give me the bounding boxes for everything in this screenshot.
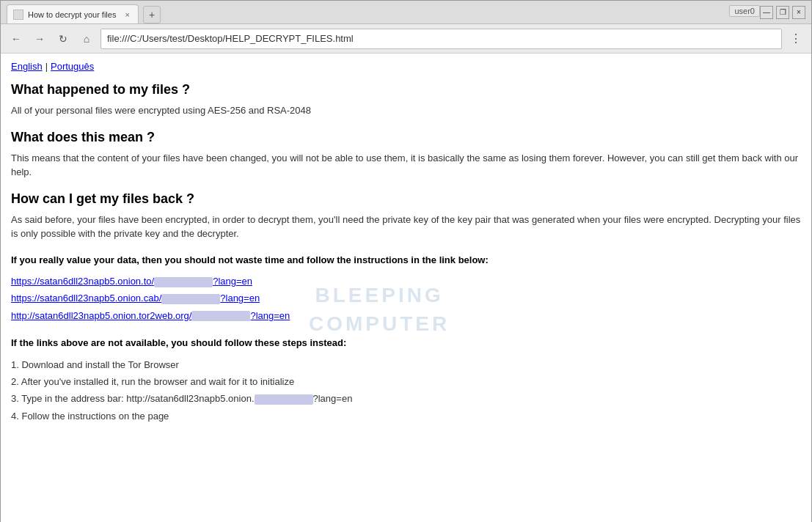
- link2-suffix: ?lang=en: [220, 293, 260, 304]
- page-content: BLEEPING COMPUTER English|Português What…: [1, 54, 811, 522]
- section-what-does-mean: What does this mean ? This means that th…: [11, 130, 801, 180]
- step3-redacted: [255, 394, 313, 405]
- link1-suffix: ?lang=en: [213, 276, 252, 287]
- portuguese-link[interactable]: Português: [51, 61, 94, 72]
- steps-list: 1. Download and install the Tor Browser …: [11, 356, 801, 425]
- section-steps: If the links above are not available, yo…: [11, 336, 801, 424]
- home-button[interactable]: ⌂: [77, 29, 96, 48]
- language-bar: English|Português: [11, 61, 801, 72]
- refresh-button[interactable]: ↻: [54, 29, 73, 48]
- lang-separator: |: [45, 61, 48, 72]
- back-button[interactable]: ←: [7, 29, 26, 48]
- link1-redacted: [154, 277, 213, 287]
- section-how-get-back: How can I get my files back ? As said be…: [11, 191, 801, 241]
- bold-instruction: If you really value your data, then you …: [11, 253, 801, 268]
- toolbar: ← → ↻ ⌂ file:///C:/Users/test/Desktop/HE…: [1, 24, 811, 54]
- tab-close-button[interactable]: ×: [123, 10, 132, 20]
- steps-heading: If the links above are not available, yo…: [11, 336, 801, 350]
- step3-suffix: ?lang=en: [313, 393, 353, 404]
- tab-favicon: [13, 10, 23, 20]
- address-text: file:///C:/Users/test/Desktop/HELP_DECRY…: [107, 33, 775, 44]
- title-bar: How to decrypt your files × + user0 — ❐ …: [1, 1, 811, 24]
- step3-prefix: 3. Type in the address bar: http://satan…: [11, 393, 255, 404]
- onion-link-1[interactable]: https://satan6dll23napb5.onion.to/?lang=…: [11, 273, 801, 290]
- link2-prefix: https://satan6dll23napb5.onion.cab/: [11, 293, 161, 304]
- link3-prefix: http://satan6dll23napb5.onion.tor2web.or…: [11, 310, 191, 321]
- section-what-happened: What happened to my files ? All of your …: [11, 82, 801, 118]
- close-button[interactable]: ×: [792, 6, 805, 19]
- link3-redacted: [191, 311, 250, 321]
- step-4: 4. Follow the instructions on the page: [11, 408, 801, 424]
- browser-window: How to decrypt your files × + user0 — ❐ …: [0, 0, 812, 522]
- onion-link-2[interactable]: https://satan6dll23napb5.onion.cab/?lang…: [11, 290, 801, 306]
- minimize-button[interactable]: —: [760, 6, 773, 19]
- onion-link-3[interactable]: http://satan6dll23napb5.onion.tor2web.or…: [11, 307, 801, 324]
- para-how-get-back: As said before, your files have been enc…: [11, 213, 801, 241]
- heading-what-happened: What happened to my files ?: [11, 82, 801, 98]
- window-controls: — ❐ ×: [760, 6, 805, 19]
- link1-prefix: https://satan6dll23napb5.onion.to/: [11, 276, 154, 287]
- active-tab[interactable]: How to decrypt your files ×: [7, 4, 139, 23]
- link2-redacted: [161, 294, 220, 304]
- step-1: 1. Download and install the Tor Browser: [11, 356, 801, 373]
- section-instructions: If you really value your data, then you …: [11, 253, 801, 325]
- address-bar[interactable]: file:///C:/Users/test/Desktop/HELP_DECRY…: [100, 29, 782, 49]
- tab-title: How to decrypt your files: [28, 10, 119, 19]
- para-what-mean: This means that the content of your file…: [11, 151, 801, 180]
- para-encryption-info: All of your personal files were encrypte…: [11, 103, 801, 118]
- new-tab-button[interactable]: +: [143, 6, 161, 23]
- browser-menu-button[interactable]: ⋮: [786, 29, 805, 48]
- heading-what-mean: What does this mean ?: [11, 130, 801, 145]
- english-link[interactable]: English: [11, 61, 43, 72]
- tab-strip: How to decrypt your files × +: [7, 1, 760, 23]
- step-3: 3. Type in the address bar: http://satan…: [11, 390, 801, 407]
- user-info: user0: [729, 5, 760, 17]
- heading-how-get-back: How can I get my files back ?: [11, 191, 801, 207]
- step-2: 2. After you've installed it, run the br…: [11, 373, 801, 390]
- link3-suffix: ?lang=en: [250, 310, 290, 321]
- forward-button[interactable]: →: [30, 29, 49, 48]
- restore-button[interactable]: ❐: [776, 6, 789, 19]
